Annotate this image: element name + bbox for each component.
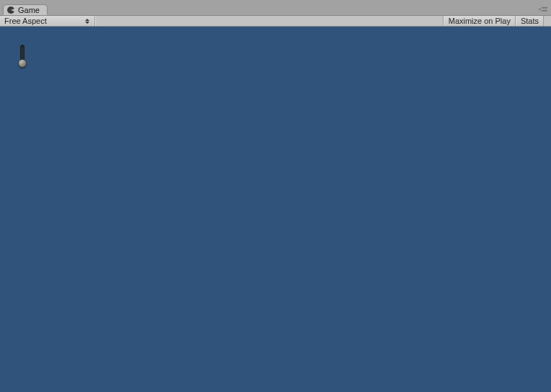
slider-thumb[interactable] xyxy=(18,59,27,68)
aspect-dropdown[interactable]: Free Aspect xyxy=(0,16,95,26)
stats-label: Stats xyxy=(521,17,539,25)
tab-game[interactable]: Game xyxy=(3,4,48,15)
maximize-on-play-toggle[interactable]: Maximize on Play xyxy=(444,16,516,26)
game-toolbar: Free Aspect Maximize on Play Stats xyxy=(0,15,551,27)
tab-game-label: Game xyxy=(18,5,40,15)
game-viewport[interactable] xyxy=(0,27,551,392)
vertical-slider[interactable] xyxy=(18,45,27,68)
toolbar-end-gap xyxy=(544,16,551,26)
svg-rect-1 xyxy=(542,7,547,9)
toolbar-spacer xyxy=(95,16,444,26)
dropdown-chevrons-icon xyxy=(84,17,90,25)
tab-row: Game xyxy=(0,4,551,15)
pacman-icon xyxy=(6,6,15,14)
svg-rect-0 xyxy=(539,9,541,10)
svg-rect-2 xyxy=(542,10,547,12)
maximize-on-play-label: Maximize on Play xyxy=(449,17,511,25)
tab-options-icon[interactable] xyxy=(538,5,548,14)
aspect-dropdown-label: Free Aspect xyxy=(4,17,47,25)
stats-toggle[interactable]: Stats xyxy=(516,16,544,26)
